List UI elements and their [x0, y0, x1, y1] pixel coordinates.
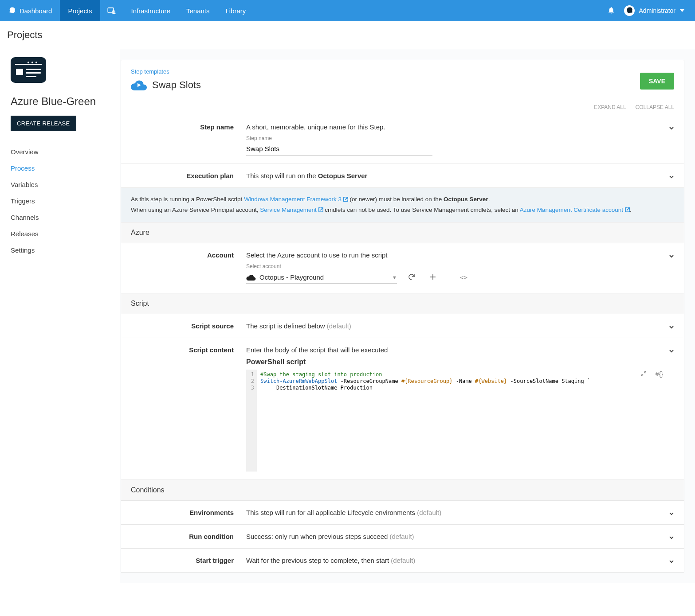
external-link-icon — [318, 207, 323, 212]
info-box: As this step is running a PowerShell scr… — [121, 187, 684, 222]
expand-editor-icon[interactable] — [640, 370, 647, 378]
sidebar-item-channels[interactable]: Channels — [11, 209, 109, 226]
nav-dashboard[interactable]: Dashboard — [0, 0, 60, 21]
run-condition-text: Success: only run when previous steps su… — [246, 533, 674, 540]
top-nav: Dashboard Projects Infrastructure Tenant… — [0, 0, 695, 21]
sidebar-item-settings[interactable]: Settings — [11, 242, 109, 258]
caret-down-icon: ▼ — [392, 275, 397, 280]
sidebar-item-variables[interactable]: Variables — [11, 176, 109, 193]
chevron-down-icon[interactable] — [669, 348, 674, 353]
external-link-icon — [343, 197, 348, 202]
chevron-down-icon[interactable] — [669, 558, 674, 564]
step-name-desc: A short, memorable, unique name for this… — [246, 123, 674, 131]
chevron-down-icon[interactable] — [669, 253, 674, 258]
link-azure-cert[interactable]: Azure Management Certificate account — [520, 207, 630, 213]
cloud-icon — [131, 80, 147, 90]
insert-variable-icon[interactable]: #{} — [656, 370, 663, 378]
link-wmf3[interactable]: Windows Management Framework 3 — [244, 196, 348, 203]
script-source-text: The script is defined below (default) — [246, 322, 674, 330]
nav-search-icon[interactable] — [100, 0, 123, 21]
sidebar-item-releases[interactable]: Releases — [11, 226, 109, 242]
account-label: Account — [131, 251, 246, 285]
avatar-icon — [624, 5, 635, 16]
script-content-desc: Enter the body of the script that will b… — [246, 346, 674, 354]
chevron-down-icon[interactable] — [669, 125, 674, 130]
sidebar-item-overview[interactable]: Overview — [11, 144, 109, 160]
save-button[interactable]: SAVE — [640, 73, 674, 90]
notifications-icon[interactable] — [607, 6, 615, 16]
sidebar: Azure Blue-Green CREATE RELEASE Overview… — [0, 49, 120, 583]
editor-code[interactable]: #Swap the staging slot into production S… — [257, 370, 594, 472]
account-select[interactable]: Octopus - Playground ▼ — [246, 271, 397, 284]
sidebar-item-process[interactable]: Process — [11, 160, 109, 176]
expand-all-button[interactable]: EXPAND ALL — [594, 104, 626, 110]
chevron-down-icon[interactable] — [669, 534, 674, 540]
caret-down-icon — [680, 9, 684, 12]
collapse-all-button[interactable]: COLLAPSE ALL — [636, 104, 674, 110]
script-source-label: Script source — [131, 322, 246, 330]
nav-infrastructure[interactable]: Infrastructure — [123, 0, 178, 21]
sidebar-item-triggers[interactable]: Triggers — [11, 193, 109, 209]
environments-text: This step will run for all applicable Li… — [246, 509, 674, 516]
start-trigger-label: Start trigger — [131, 557, 246, 564]
start-trigger-text: Wait for the previous step to complete, … — [246, 557, 674, 564]
breadcrumb-step-templates[interactable]: Step templates — [131, 68, 674, 75]
step-name-input-label: Step name — [246, 135, 674, 141]
step-name-label: Step name — [131, 123, 246, 156]
azure-section-header: Azure — [121, 222, 684, 243]
project-name: Azure Blue-Green — [11, 95, 109, 108]
conditions-section-header: Conditions — [121, 480, 684, 500]
svg-line-2 — [114, 13, 115, 14]
execution-plan-label: Execution plan — [131, 172, 246, 179]
nav-projects[interactable]: Projects — [60, 0, 100, 21]
execution-plan-text: This step will run on the Octopus Server — [246, 172, 674, 179]
nav-library[interactable]: Library — [218, 0, 254, 21]
project-icon — [11, 57, 46, 83]
step-name-input[interactable] — [246, 142, 432, 156]
link-service-mgmt[interactable]: Service Management — [260, 207, 323, 213]
bind-variable-icon[interactable]: <> — [460, 274, 467, 281]
nav-tenants[interactable]: Tenants — [178, 0, 218, 21]
script-editor[interactable]: 1 2 3 #Swap the staging slot into produc… — [246, 370, 619, 472]
script-content-label: Script content — [131, 346, 246, 472]
chevron-down-icon[interactable] — [669, 174, 674, 179]
user-menu[interactable]: Administrator — [624, 5, 684, 16]
step-title: Swap Slots — [152, 79, 201, 91]
account-select-label: Select account — [246, 263, 674, 269]
page-title: Projects — [0, 21, 695, 49]
cloud-icon — [246, 274, 256, 281]
chevron-down-icon[interactable] — [669, 511, 674, 516]
refresh-icon — [408, 273, 416, 281]
external-link-icon — [625, 207, 630, 212]
plus-icon — [429, 273, 437, 281]
script-section-header: Script — [121, 293, 684, 314]
run-condition-label: Run condition — [131, 533, 246, 540]
svg-rect-0 — [108, 8, 114, 13]
environments-label: Environments — [131, 509, 246, 516]
chevron-down-icon[interactable] — [669, 324, 674, 329]
powershell-heading: PowerShell script — [246, 358, 674, 366]
add-button[interactable] — [426, 270, 440, 285]
editor-gutter: 1 2 3 — [246, 370, 257, 472]
account-desc: Select the Azure account to use to run t… — [246, 251, 674, 259]
create-release-button[interactable]: CREATE RELEASE — [11, 116, 76, 131]
octopus-logo-icon — [8, 7, 16, 15]
refresh-button[interactable] — [405, 270, 418, 285]
